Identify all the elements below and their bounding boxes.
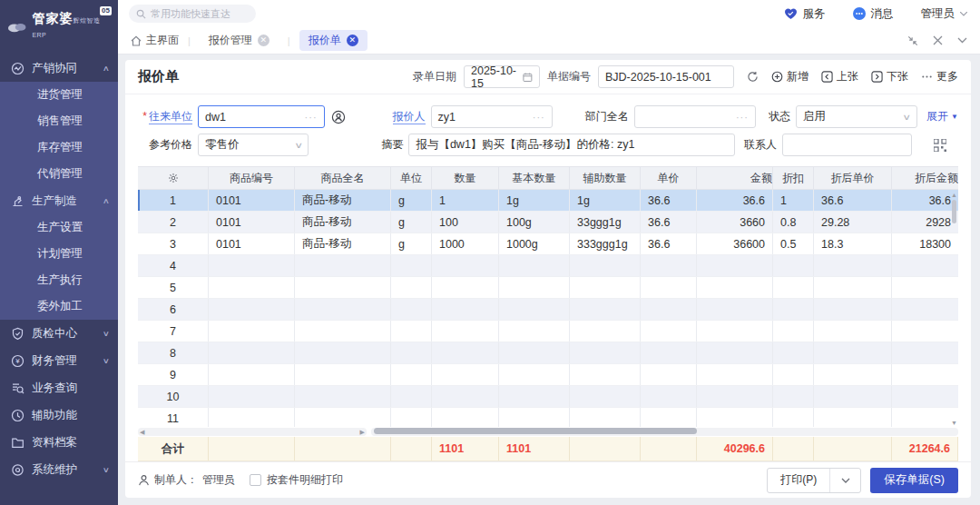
table-cell[interactable] (570, 299, 641, 320)
table-cell[interactable]: g (391, 233, 432, 254)
table-cell[interactable]: 36600 (697, 233, 773, 254)
sidebar-group-产销协同[interactable]: 产销协同∧ (0, 54, 118, 82)
table-cell[interactable] (641, 299, 697, 320)
more-button[interactable]: 更多 (921, 69, 958, 84)
table-cell[interactable] (391, 277, 432, 298)
sidebar-item-代销管理[interactable]: 代销管理 (0, 161, 118, 187)
close-all-tabs-icon[interactable] (933, 35, 943, 45)
table-cell[interactable] (209, 277, 295, 298)
sidebar-group-辅助功能[interactable]: 辅助功能 (0, 401, 118, 429)
table-cell[interactable] (773, 408, 814, 427)
sidebar-group-资料档案[interactable]: 资料档案 (0, 429, 118, 456)
table-cell[interactable] (209, 386, 295, 407)
print-button[interactable]: 打印(P) (768, 469, 829, 492)
table-cell[interactable]: 36.6 (892, 190, 958, 211)
service-button[interactable]: 服务 (784, 6, 826, 22)
table-cell[interactable] (499, 386, 570, 407)
table-cell[interactable] (499, 342, 570, 363)
dept-input[interactable]: ··· (634, 105, 756, 128)
refresh-button[interactable] (747, 71, 759, 83)
table-cell[interactable]: g (391, 190, 432, 211)
column-header[interactable]: 数量 (432, 167, 499, 189)
table-cell[interactable] (295, 342, 391, 363)
table-cell[interactable] (391, 408, 432, 427)
table-cell[interactable] (295, 321, 391, 342)
table-cell[interactable]: 33ggg1g (570, 212, 641, 233)
table-cell[interactable]: 1000g (499, 233, 570, 254)
tab-quote-management[interactable]: 报价管理 ✕ (200, 30, 279, 51)
row-number-cell[interactable]: 8 (138, 342, 209, 363)
tab-home[interactable]: 主界面 (131, 33, 179, 48)
table-cell[interactable]: 100g (499, 212, 570, 233)
table-cell[interactable] (773, 364, 814, 385)
table-cell[interactable]: 商品-移动 (295, 212, 391, 233)
table-cell[interactable] (641, 342, 697, 363)
table-row[interactable]: 7 (138, 321, 958, 342)
table-cell[interactable] (570, 321, 641, 342)
row-number-cell[interactable]: 9 (138, 364, 209, 385)
expand-button[interactable]: 展开▼ (926, 109, 958, 124)
sidebar-item-进货管理[interactable]: 进货管理 (0, 82, 118, 108)
table-cell[interactable] (697, 364, 773, 385)
close-tab-icon[interactable]: ✕ (258, 35, 270, 46)
table-cell[interactable] (432, 255, 499, 276)
table-row[interactable]: 10 (138, 386, 958, 408)
scroll-right-icon[interactable]: ▶ (360, 429, 365, 436)
table-cell[interactable]: 1 (432, 190, 499, 211)
scrollbar-thumb[interactable] (374, 428, 697, 434)
sidebar-group-质检中心[interactable]: 质检中心∨ (0, 320, 118, 347)
table-cell[interactable] (570, 408, 641, 427)
print-by-kit-checkbox[interactable]: 按套件明细打印 (250, 472, 343, 488)
table-cell[interactable] (892, 321, 958, 342)
table-cell[interactable] (641, 255, 697, 276)
table-cell[interactable] (773, 342, 814, 363)
summary-input[interactable]: 报与【dw1】购买【商品-移动】的价格: zy1 (408, 134, 735, 156)
table-row[interactable]: 10101商品-移动g11g1g36.636.6136.636.6 (138, 190, 958, 212)
table-cell[interactable] (892, 277, 958, 298)
table-cell[interactable] (295, 408, 391, 427)
table-cell[interactable] (892, 299, 958, 320)
scroll-up-icon[interactable]: ▲ (951, 192, 957, 198)
column-header[interactable]: 基本数量 (499, 167, 570, 189)
table-cell[interactable] (432, 408, 499, 427)
table-row[interactable]: 9 (138, 364, 958, 386)
row-number-cell[interactable]: 4 (138, 255, 209, 276)
partner-label-link[interactable]: 往来单位 (149, 110, 192, 124)
table-cell[interactable] (499, 299, 570, 320)
table-cell[interactable] (209, 364, 295, 385)
save-button[interactable]: 保存单据(S) (870, 468, 958, 493)
table-cell[interactable]: 0.5 (773, 233, 814, 254)
qr-code-icon[interactable] (921, 139, 958, 152)
table-cell[interactable] (814, 277, 892, 298)
table-cell[interactable] (295, 386, 391, 407)
table-cell[interactable]: 36.6 (641, 190, 697, 211)
sidebar-item-委外加工[interactable]: 委外加工 (0, 293, 118, 320)
ref-price-select[interactable]: 零售价∨ (198, 134, 309, 156)
table-cell[interactable] (209, 408, 295, 427)
table-cell[interactable] (814, 321, 892, 342)
table-cell[interactable] (295, 364, 391, 385)
sidebar-item-生产设置[interactable]: 生产设置 (0, 214, 118, 241)
table-cell[interactable] (641, 277, 697, 298)
lookup-ellipsis-icon[interactable]: ··· (305, 112, 318, 123)
table-row[interactable]: 8 (138, 342, 958, 364)
table-row[interactable]: 20101商品-移动g100100g33ggg1g36.636600.829.2… (138, 212, 958, 233)
row-number-cell[interactable]: 7 (138, 321, 209, 342)
table-cell[interactable] (499, 321, 570, 342)
scroll-left-icon[interactable]: ◀ (140, 429, 144, 436)
table-cell[interactable]: 29.28 (814, 212, 892, 233)
table-cell[interactable] (570, 364, 641, 385)
table-cell[interactable]: 商品-移动 (295, 190, 391, 211)
print-options-chevron[interactable] (829, 469, 860, 492)
table-cell[interactable] (499, 277, 570, 298)
search-input[interactable]: 常用功能快速直达 (129, 5, 256, 23)
table-cell[interactable] (209, 299, 295, 320)
table-cell[interactable] (892, 342, 958, 363)
table-cell[interactable] (697, 277, 773, 298)
table-cell[interactable]: 0101 (209, 233, 295, 254)
close-tab-icon[interactable]: ✕ (347, 35, 358, 46)
sidebar-group-财务管理[interactable]: ¥财务管理∨ (0, 347, 118, 374)
table-cell[interactable] (432, 321, 499, 342)
row-number-cell[interactable]: 10 (138, 386, 209, 407)
table-cell[interactable] (773, 255, 814, 276)
